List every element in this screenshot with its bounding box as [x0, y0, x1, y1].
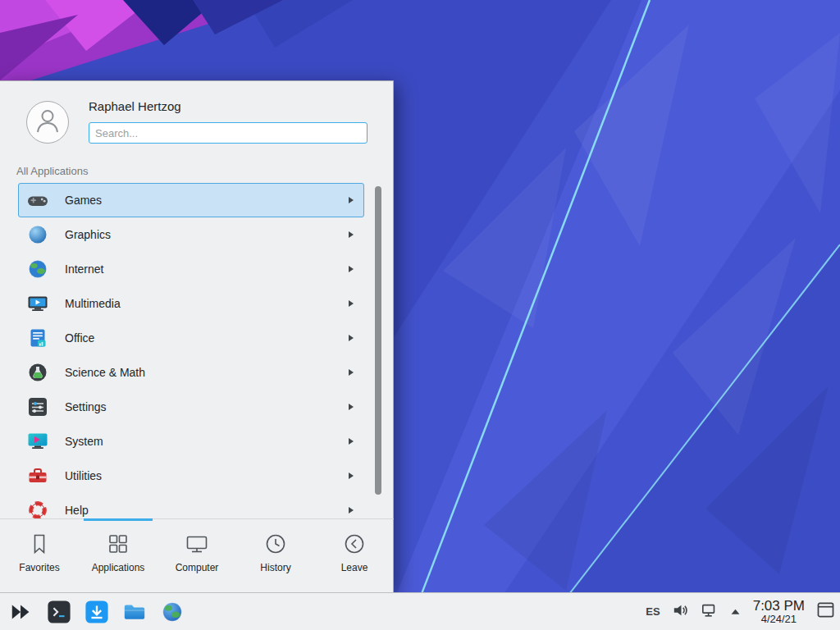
submenu-arrow-icon	[349, 300, 354, 307]
submenu-arrow-icon	[349, 266, 354, 272]
web-browser-icon	[160, 600, 185, 624]
bookmark-icon	[27, 532, 52, 556]
flask-icon	[27, 362, 48, 383]
user-icon	[31, 104, 64, 140]
taskbar: ES	[0, 592, 840, 630]
category-label: Graphics	[65, 228, 111, 241]
web-browser-launcher-button[interactable]	[158, 598, 185, 625]
volume-button[interactable]	[673, 602, 689, 621]
search-input[interactable]	[89, 122, 368, 144]
system-tray: ES	[646, 598, 840, 626]
volume-icon	[673, 602, 689, 621]
submenu-arrow-icon	[349, 438, 354, 445]
desktop: Raphael Hertzog All Applications Games	[0, 0, 840, 630]
category-label: Science & Math	[65, 366, 145, 379]
category-system[interactable]: System	[18, 424, 364, 459]
clock-date: 4/24/21	[753, 614, 805, 626]
category-help[interactable]: Help	[18, 493, 364, 519]
tab-label: Favorites	[19, 562, 59, 573]
show-desktop-icon	[817, 602, 834, 620]
category-label: System	[65, 435, 103, 448]
gamepad-icon	[27, 189, 48, 211]
tray-expander-button[interactable]	[730, 605, 741, 618]
network-icon	[701, 602, 718, 621]
category-games[interactable]: Games	[18, 183, 364, 217]
category-label: Settings	[65, 400, 107, 413]
kali-launcher-icon	[9, 600, 34, 624]
submenu-arrow-icon	[349, 404, 354, 410]
category-utilities[interactable]: Utilities	[18, 459, 364, 493]
category-list: Games Graphics	[0, 183, 394, 519]
category-internet[interactable]: Internet	[18, 252, 364, 286]
launcher-tabbar: Favorites Applications Computer	[0, 518, 394, 592]
tab-label: Computer	[176, 562, 219, 573]
category-label: Help	[65, 504, 89, 517]
monitor-play-icon	[27, 293, 48, 314]
tab-label: Applications	[92, 562, 145, 573]
system-monitor-icon	[27, 431, 48, 452]
tab-favorites[interactable]: Favorites	[0, 519, 79, 592]
category-graphics[interactable]: Graphics	[18, 217, 364, 252]
terminal-launcher-button[interactable]	[45, 598, 72, 625]
submenu-arrow-icon	[349, 231, 354, 238]
user-name: Raphael Hertzog	[89, 99, 181, 113]
file-manager-launcher-button[interactable]	[121, 598, 148, 625]
terminal-icon	[47, 600, 71, 624]
submenu-arrow-icon	[349, 335, 354, 341]
grid-icon	[106, 532, 130, 556]
submenu-arrow-icon	[349, 472, 354, 479]
keyboard-layout-indicator[interactable]: ES	[646, 605, 660, 618]
category-science-math[interactable]: Science & Math	[18, 355, 364, 390]
tab-applications[interactable]: Applications	[79, 519, 158, 592]
submenu-arrow-icon	[349, 369, 354, 376]
category-label: Office	[65, 331, 94, 345]
application-launcher: Raphael Hertzog All Applications Games	[0, 80, 394, 592]
toolbox-icon	[27, 465, 48, 486]
section-label: All Applications	[16, 165, 88, 177]
submenu-arrow-icon	[349, 197, 354, 203]
category-multimedia[interactable]: Multimedia	[18, 286, 364, 321]
document-icon	[27, 327, 48, 349]
tab-history[interactable]: History	[236, 519, 315, 592]
submenu-arrow-icon	[349, 507, 354, 514]
clock-time: 7:03 PM	[753, 598, 805, 614]
category-label: Multimedia	[65, 297, 121, 310]
leave-icon	[342, 532, 367, 556]
globe-icon	[27, 258, 48, 280]
clock-icon	[263, 532, 288, 556]
sliders-icon	[27, 396, 48, 418]
show-desktop-button[interactable]	[817, 602, 834, 620]
scrollbar[interactable]	[375, 186, 381, 495]
app-launcher-button[interactable]	[7, 598, 34, 625]
tab-label: History	[260, 562, 290, 573]
category-label: Utilities	[65, 469, 102, 482]
file-manager-icon	[122, 600, 147, 624]
network-button[interactable]	[701, 602, 718, 621]
lifebuoy-icon	[27, 500, 48, 519]
paint-sphere-icon	[27, 224, 48, 245]
software-center-icon	[84, 600, 109, 624]
computer-icon	[185, 532, 209, 556]
category-office[interactable]: Office	[18, 321, 364, 355]
category-label: Games	[65, 194, 102, 207]
avatar[interactable]	[26, 101, 69, 144]
taskbar-launchers	[0, 598, 185, 625]
category-label: Internet	[65, 262, 103, 276]
tab-label: Leave	[341, 562, 368, 573]
caret-up-icon	[730, 605, 741, 618]
software-center-launcher-button[interactable]	[83, 598, 110, 625]
tab-computer[interactable]: Computer	[158, 519, 236, 592]
tab-leave[interactable]: Leave	[315, 519, 394, 592]
clock[interactable]: 7:03 PM 4/24/21	[753, 598, 805, 626]
category-settings[interactable]: Settings	[18, 390, 364, 424]
